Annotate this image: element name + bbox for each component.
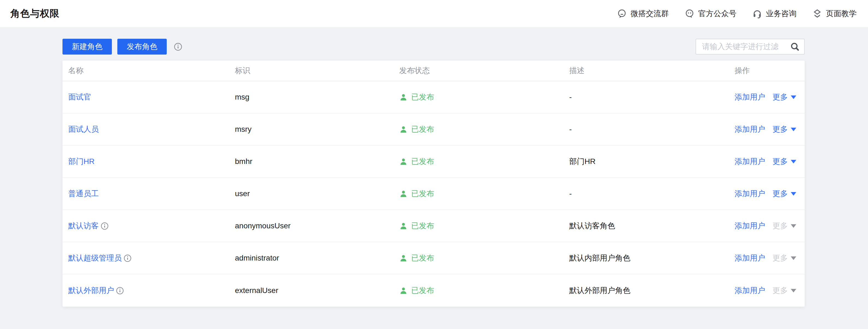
role-description: -	[569, 189, 735, 198]
role-identifier: externalUser	[235, 286, 399, 295]
nav-item-official-account[interactable]: 官方公众号	[685, 8, 737, 19]
search-box	[695, 39, 805, 55]
search-input[interactable]	[702, 42, 790, 51]
nav-item-community[interactable]: 微搭交流群	[617, 8, 669, 19]
nav-item-label: 官方公众号	[698, 8, 737, 19]
role-identifier: bmhr	[235, 157, 399, 166]
table-row: 面试官 msg 已发布 - 添加用户 更多	[62, 81, 805, 113]
role-identifier: user	[235, 189, 399, 198]
search-icon[interactable]	[790, 42, 800, 52]
status-badge: 已发布	[399, 124, 569, 134]
status-badge: 已发布	[399, 189, 569, 199]
more-label: 更多	[773, 92, 788, 102]
chevron-down-icon	[791, 257, 796, 260]
more-dropdown[interactable]: 更多	[773, 221, 796, 231]
more-dropdown[interactable]: 更多	[773, 285, 796, 296]
role-description: -	[569, 93, 735, 101]
status-label: 已发布	[411, 285, 434, 296]
more-label: 更多	[773, 285, 788, 296]
role-description: -	[569, 125, 735, 134]
status-label: 已发布	[411, 221, 434, 231]
nav-item-label: 页面教学	[826, 8, 857, 19]
nav-item-consulting[interactable]: 业务咨询	[752, 8, 797, 19]
more-dropdown[interactable]: 更多	[773, 189, 796, 199]
more-label: 更多	[773, 253, 788, 263]
status-label: 已发布	[411, 92, 434, 102]
role-name-link[interactable]: 部门HR	[68, 156, 94, 167]
role-identifier: administrator	[235, 254, 399, 262]
more-label: 更多	[773, 124, 788, 134]
chevron-down-icon	[791, 128, 796, 131]
nav-item-label: 业务咨询	[766, 8, 797, 19]
table-row: 默认外部用户 externalUser 已发布 默认外部用户角色 添加用户	[62, 274, 805, 307]
chevron-down-icon	[791, 224, 796, 228]
app-root: 角色与权限 微搭交流群	[0, 0, 868, 307]
table-row: 默认超级管理员 administrator 已发布 默认内部用户角色 添加用户	[62, 242, 805, 274]
column-header-actions: 操作	[735, 65, 805, 76]
info-icon[interactable]	[124, 254, 131, 262]
person-icon	[399, 93, 408, 101]
add-user-link[interactable]: 添加用户	[735, 285, 765, 296]
role-identifier: anonymousUser	[235, 222, 399, 230]
more-label: 更多	[773, 156, 788, 167]
role-identifier: msry	[235, 125, 399, 134]
main-content: 新建角色 发布角色	[0, 27, 868, 307]
toolbar: 新建角色 发布角色	[62, 39, 805, 55]
person-icon	[399, 287, 408, 295]
chevron-down-icon	[791, 289, 796, 292]
info-icon[interactable]	[116, 287, 124, 295]
column-header-description: 描述	[569, 65, 735, 76]
more-dropdown[interactable]: 更多	[773, 92, 796, 102]
more-dropdown[interactable]: 更多	[773, 253, 796, 263]
role-description: 默认内部用户角色	[569, 253, 735, 263]
status-badge: 已发布	[399, 92, 569, 102]
role-identifier: msg	[235, 93, 399, 101]
add-user-link[interactable]: 添加用户	[735, 124, 765, 134]
chat-group-icon	[617, 9, 627, 19]
headset-icon	[752, 9, 762, 19]
status-label: 已发布	[411, 124, 434, 134]
nav-item-label: 微搭交流群	[630, 8, 669, 19]
role-name-link[interactable]: 普通员工	[68, 189, 99, 199]
table-row: 面试人员 msry 已发布 - 添加用户 更多	[62, 113, 805, 146]
role-name-link[interactable]: 面试人员	[68, 124, 99, 134]
new-role-button[interactable]: 新建角色	[62, 39, 112, 55]
person-icon	[399, 254, 408, 262]
top-nav: 微搭交流群 官方公众号	[617, 8, 857, 19]
page-title: 角色与权限	[10, 7, 60, 20]
add-user-link[interactable]: 添加用户	[735, 189, 765, 199]
role-description: 默认外部用户角色	[569, 285, 735, 296]
status-label: 已发布	[411, 156, 434, 167]
column-header-name: 名称	[62, 65, 235, 76]
roles-table: 名称 标识 发布状态 描述 操作 面试官 msg 已发布 - 添加用户	[62, 61, 805, 307]
page-tutorial-icon	[812, 9, 822, 19]
add-user-link[interactable]: 添加用户	[735, 253, 765, 263]
chevron-down-icon	[791, 192, 796, 196]
info-icon[interactable]	[174, 42, 182, 51]
table-row: 普通员工 user 已发布 - 添加用户 更多	[62, 178, 805, 210]
nav-item-tutorial[interactable]: 页面教学	[812, 8, 857, 19]
role-name-link[interactable]: 默认外部用户	[68, 285, 114, 296]
top-header: 角色与权限 微搭交流群	[0, 0, 868, 27]
add-user-link[interactable]: 添加用户	[735, 92, 765, 102]
role-name-link[interactable]: 默认访客	[68, 221, 99, 231]
more-label: 更多	[773, 221, 788, 231]
more-dropdown[interactable]: 更多	[773, 124, 796, 134]
add-user-link[interactable]: 添加用户	[735, 221, 765, 231]
add-user-link[interactable]: 添加用户	[735, 156, 765, 167]
official-account-icon	[685, 9, 694, 19]
status-badge: 已发布	[399, 156, 569, 167]
person-icon	[399, 190, 408, 198]
more-dropdown[interactable]: 更多	[773, 156, 796, 167]
column-header-identifier: 标识	[235, 65, 399, 76]
role-description: 部门HR	[569, 156, 735, 167]
info-icon[interactable]	[101, 222, 108, 230]
table-body: 面试官 msg 已发布 - 添加用户 更多 面试人员 ms	[62, 81, 805, 307]
role-description: 默认访客角色	[569, 221, 735, 231]
publish-role-button[interactable]: 发布角色	[117, 39, 167, 55]
more-label: 更多	[773, 189, 788, 199]
column-header-status: 发布状态	[399, 65, 569, 76]
role-name-link[interactable]: 默认超级管理员	[68, 253, 122, 263]
role-name-link[interactable]: 面试官	[68, 92, 91, 102]
person-icon	[399, 157, 408, 166]
